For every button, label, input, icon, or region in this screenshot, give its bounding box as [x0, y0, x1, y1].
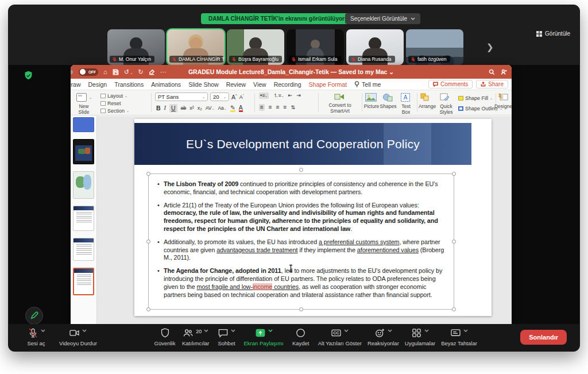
slide-thumbnail-panel[interactable]	[71, 116, 97, 324]
tab-transitions[interactable]: Transitions	[114, 81, 144, 88]
justify-button[interactable]: ≡	[284, 105, 287, 110]
slide-text-box-selected[interactable]: The Lisbon Treaty of 2009 continued to p…	[148, 173, 454, 310]
toolbar-button-chat[interactable]: Sohbet	[215, 327, 238, 346]
resize-handle[interactable]	[299, 307, 303, 311]
line-spacing-button[interactable]: ⇅	[291, 105, 295, 110]
toolbar-button-camera[interactable]: Videoyu Durdur	[59, 327, 97, 346]
gallery-view-button[interactable]: Görüntüle	[536, 30, 570, 37]
toolbar-button-mic-muted[interactable]: Sesi aç	[25, 327, 48, 346]
end-meeting-button[interactable]: Sonlandır	[520, 330, 567, 345]
tab-draw[interactable]: Draw	[71, 81, 81, 88]
subscript-button[interactable]: x₂	[198, 106, 202, 111]
undo-icon[interactable]: ↺ ⌄	[124, 69, 133, 75]
resize-handle[interactable]	[146, 307, 150, 311]
participant-tile[interactable]: Diana Rusanda	[346, 29, 404, 65]
slide-thumbnail-current[interactable]	[73, 268, 94, 295]
toolbar-button-record[interactable]: Kaydet	[289, 327, 312, 346]
arrange-button[interactable]	[420, 93, 430, 102]
strikethrough-button[interactable]: ab	[181, 106, 186, 111]
shrink-font-button[interactable]: Aˇ	[239, 94, 244, 100]
share-button[interactable]: Share	[476, 80, 508, 88]
toolbar-button-reactions[interactable]: Reaksiyonlar	[368, 327, 399, 346]
font-name-select[interactable]: PT Sans⌄	[155, 92, 208, 101]
ppt-titlebar[interactable]: OFF ⌂ ↺ ⌄ ↻ ⋯ GRADEU Module Lecture8_Dam…	[71, 65, 512, 79]
autosave-toggle[interactable]: OFF	[79, 68, 98, 76]
participant-tile[interactable]: fatih özgüven	[406, 29, 463, 65]
toolbar-button-shield[interactable]: Güvenlik	[153, 327, 176, 346]
toolbar-button-participants[interactable]: 20Katılımcılar	[182, 327, 210, 346]
bullets-button[interactable]: •≡⌄	[259, 92, 269, 99]
toolbar-button-whiteboard[interactable]: Beyaz Tahtalar	[441, 327, 477, 346]
tab-tell-me[interactable]: Tell me	[354, 81, 381, 88]
numbering-button[interactable]: ⒈≡⌄	[273, 93, 284, 98]
slide-canvas[interactable]: EU`s Development and Cooperation Policy …	[134, 119, 492, 316]
text-box-button[interactable]: A	[401, 93, 410, 103]
resize-handle[interactable]	[146, 240, 150, 244]
toolbar-button-share-screen[interactable]: Ekran Paylaşımı	[244, 327, 284, 346]
new-slide-button[interactable]: ⌄	[76, 93, 92, 102]
smartart-button[interactable]	[334, 93, 345, 102]
slide-thumbnail[interactable]	[73, 171, 94, 199]
resize-handle[interactable]	[452, 307, 456, 311]
shapes-button[interactable]	[382, 93, 393, 103]
tab-review[interactable]: Review	[226, 81, 246, 88]
toolbar-button-apps[interactable]: Uygulamalar	[405, 327, 435, 346]
grow-font-button[interactable]: A^	[231, 94, 237, 100]
security-shield-icon[interactable]	[24, 71, 33, 80]
home-icon[interactable]: ⌂	[103, 69, 107, 75]
participant-tile[interactable]: Ismail Erkam Sula	[287, 29, 344, 65]
picture-button[interactable]	[365, 93, 377, 103]
redo-icon[interactable]: ↻	[138, 69, 144, 75]
participant-tile[interactable]: Büşra Bayramoğlu	[227, 29, 284, 65]
slide-thumbnail[interactable]	[73, 206, 94, 231]
resize-handle[interactable]	[452, 172, 456, 176]
save-icon[interactable]	[113, 69, 119, 75]
align-center-button[interactable]: ≡	[269, 105, 272, 110]
tab-design[interactable]: Design	[88, 81, 107, 88]
toolbar-button-cc[interactable]: CCAlt Yazıları Göster	[318, 327, 362, 346]
slide-title-banner[interactable]: EU`s Development and Cooperation Policy	[134, 123, 471, 165]
slide-thumbnail[interactable]	[73, 238, 94, 261]
tab-animations[interactable]: Animations	[151, 81, 181, 88]
quick-styles-button[interactable]	[440, 93, 450, 102]
resize-handle[interactable]	[299, 168, 303, 172]
outdent-button[interactable]: ⇤	[288, 93, 293, 98]
comments-button[interactable]: Comments	[428, 80, 473, 88]
change-case-button[interactable]: Aa⌄	[218, 106, 226, 111]
more-icon[interactable]: ⋯	[160, 69, 167, 75]
tab-recording[interactable]: Recording	[274, 81, 301, 88]
italic-button[interactable]: I	[164, 105, 167, 111]
resize-handle[interactable]	[452, 240, 456, 244]
layout-button[interactable]: Layout⌄	[100, 92, 129, 99]
share-user-icon[interactable]	[501, 69, 507, 75]
indent-button[interactable]: ⇥	[296, 93, 301, 98]
tab-shape-format[interactable]: Shape Format	[309, 81, 347, 88]
align-right-button[interactable]: ≡	[276, 105, 280, 110]
view-options-label: Seçenekleri Görüntüle	[350, 16, 407, 22]
reset-button[interactable]: Reset	[100, 99, 129, 107]
slide-thumbnail[interactable]	[73, 117, 94, 132]
underline-button[interactable]: U	[169, 104, 177, 113]
participant-tile[interactable]: DAMLA CİHANGİR TETİK	[167, 29, 225, 65]
font-color-button[interactable]: A	[239, 105, 243, 113]
next-participants-arrow[interactable]: ❯	[486, 42, 494, 52]
bold-button[interactable]: B	[156, 105, 161, 111]
traffic-light-partial[interactable]	[71, 70, 73, 74]
align-left-button[interactable]: ≡	[259, 104, 265, 111]
format-painter-icon[interactable]	[149, 69, 155, 75]
search-icon[interactable]	[489, 69, 495, 75]
participant-tile[interactable]: M. Onur Yalçın	[107, 29, 165, 65]
annotation-pen-button[interactable]	[25, 307, 43, 325]
superscript-button[interactable]: x²	[189, 106, 194, 111]
font-size-select[interactable]: 20⌄	[210, 92, 229, 101]
tab-slide-show[interactable]: Slide Show	[188, 81, 219, 88]
designer-button[interactable]	[498, 93, 508, 102]
highlight-color-button[interactable]: ✎	[230, 105, 235, 113]
view-options-button[interactable]: Seçenekleri Görüntüle	[345, 13, 420, 24]
character-spacing-button[interactable]: AV⌄	[206, 106, 215, 111]
tab-view[interactable]: View	[253, 81, 266, 88]
resize-handle[interactable]	[146, 172, 150, 176]
shape-fill-button[interactable]: Shape Fill⌄	[458, 94, 493, 102]
section-button[interactable]: Section⌄	[100, 107, 129, 114]
slide-thumbnail[interactable]	[73, 139, 94, 164]
